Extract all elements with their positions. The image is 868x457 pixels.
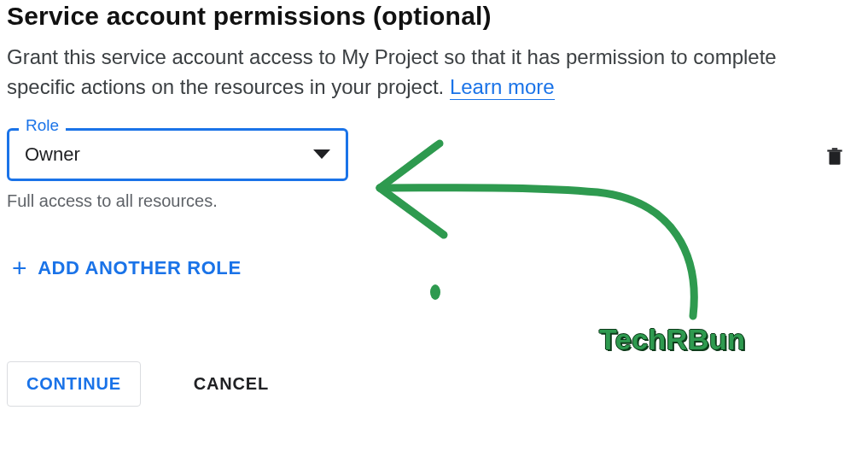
delete-role-button[interactable] bbox=[820, 140, 849, 173]
description-body: Grant this service account access to My … bbox=[7, 45, 777, 98]
add-another-role-button[interactable]: + ADD ANOTHER ROLE bbox=[7, 252, 247, 284]
role-select[interactable]: Owner bbox=[7, 128, 348, 181]
add-another-role-label: ADD ANOTHER ROLE bbox=[38, 257, 242, 279]
role-helper-text: Full access to all resources. bbox=[7, 191, 348, 211]
role-select-value: Owner bbox=[25, 144, 80, 166]
description-text: Grant this service account access to My … bbox=[7, 43, 843, 103]
plus-icon: + bbox=[12, 255, 27, 281]
continue-button[interactable]: CONTINUE bbox=[7, 361, 141, 407]
page-title: Service account permissions (optional) bbox=[7, 2, 861, 31]
cancel-button[interactable]: CANCEL bbox=[175, 362, 288, 406]
chevron-down-icon bbox=[313, 149, 330, 159]
trash-icon bbox=[824, 144, 846, 169]
role-field-label: Role bbox=[19, 116, 66, 135]
learn-more-link[interactable]: Learn more bbox=[450, 75, 555, 100]
